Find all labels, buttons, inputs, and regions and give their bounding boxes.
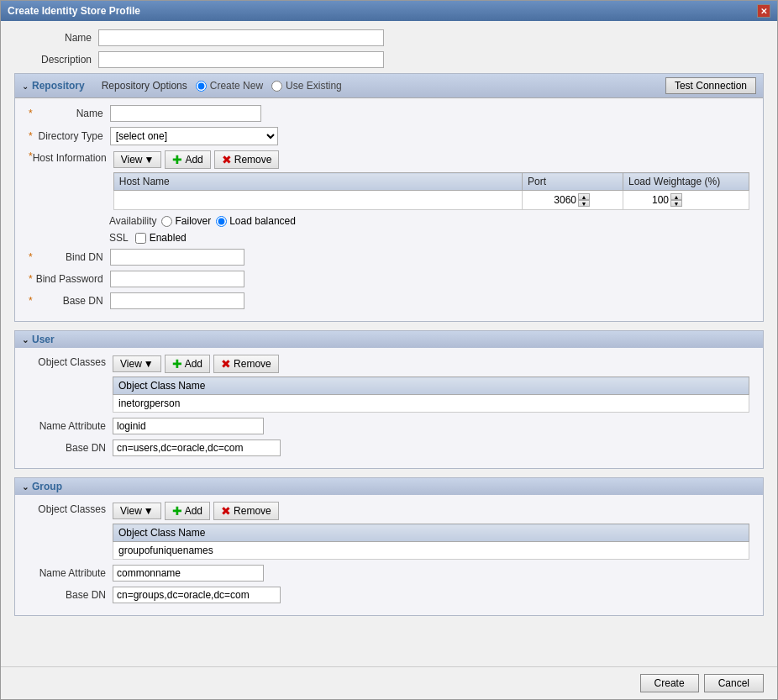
host-name-cell (113, 191, 522, 210)
user-object-classes-row: Object Classes View ▼ ✚ Add (29, 355, 749, 413)
directory-type-select[interactable]: [select one] (110, 127, 278, 145)
repository-section: ⌄ Repository Repository Options Create N… (14, 73, 764, 322)
group-view-button[interactable]: View ▼ (113, 503, 161, 519)
user-remove-icon: ✖ (221, 357, 231, 371)
host-name-input[interactable] (118, 192, 518, 208)
name-field[interactable] (98, 29, 384, 46)
user-name-attr-label: Name Attribute (29, 420, 113, 432)
user-section-body: Object Classes View ▼ ✚ Add (15, 348, 763, 468)
group-add-button[interactable]: ✚ Add (165, 502, 210, 520)
create-new-radio[interactable] (196, 81, 207, 92)
user-remove-button[interactable]: ✖ Remove (213, 355, 279, 373)
test-connection-button[interactable]: Test Connection (665, 77, 756, 94)
user-add-icon: ✚ (172, 357, 182, 371)
user-oc-col: Object Class Name (113, 377, 749, 395)
host-add-button[interactable]: ✚ Add (165, 150, 210, 169)
group-section-header: ⌄ Group (15, 478, 763, 495)
repo-name-row: * Name (29, 105, 749, 122)
group-chevron-icon: ⌄ (22, 482, 29, 492)
group-remove-button[interactable]: ✖ Remove (213, 502, 279, 520)
port-spinner-buttons: ▲ ▼ (578, 193, 590, 207)
repo-base-dn-row: * Base DN (29, 292, 749, 309)
user-base-dn-field[interactable] (113, 439, 281, 456)
group-section-label: Group (32, 481, 62, 492)
group-oc-table: Object Class Name groupofuniquenames (113, 524, 749, 560)
table-row: groupofuniquenames (113, 542, 749, 560)
user-add-button[interactable]: ✚ Add (165, 355, 210, 373)
load-spinner-buttons: ▲ ▼ (670, 193, 682, 207)
ssl-checkbox[interactable] (135, 233, 146, 244)
repository-header: ⌄ Repository Repository Options Create N… (15, 74, 763, 98)
repo-base-dn-field[interactable] (110, 292, 244, 309)
group-name-attr-label: Name Attribute (29, 567, 113, 579)
user-name-attr-field[interactable] (113, 418, 264, 434)
group-object-classes-container: View ▼ ✚ Add ✖ Remove (113, 502, 749, 560)
host-add-label: Add (185, 154, 202, 166)
description-row: Description (14, 51, 764, 68)
load-cell: ▲ ▼ (623, 191, 749, 210)
failover-radio-label[interactable]: Failover (161, 215, 211, 227)
close-button[interactable]: ✕ (757, 4, 770, 18)
load-balanced-radio-label[interactable]: Load balanced (216, 215, 296, 227)
ssl-enabled-label: Enabled (150, 232, 187, 244)
group-add-icon: ✚ (172, 504, 182, 518)
host-info-toolbar: View ▼ ✚ Add ✖ Remove (113, 150, 749, 169)
load-up-button[interactable]: ▲ (670, 193, 682, 200)
use-existing-label: Use Existing (286, 80, 342, 92)
group-base-dn-row: Base DN (29, 587, 749, 603)
group-object-classes-label: Object Classes (29, 502, 113, 515)
user-base-dn-row: Base DN (29, 439, 749, 456)
cancel-button[interactable]: Cancel (704, 674, 764, 692)
host-remove-label: Remove (234, 154, 272, 166)
bind-password-field[interactable] (110, 271, 244, 287)
create-button[interactable]: Create (640, 674, 699, 692)
dialog: Create Identity Store Profile ✕ Name Des… (0, 0, 778, 700)
description-field[interactable] (98, 51, 384, 68)
port-down-button[interactable]: ▼ (578, 200, 590, 207)
repo-name-field[interactable] (110, 105, 261, 122)
title-bar: Create Identity Store Profile ✕ (1, 1, 777, 21)
group-oc-col: Object Class Name (113, 524, 749, 542)
user-oc-table: Object Class Name inetorgperson (113, 376, 749, 413)
group-section: ⌄ Group Object Classes View ▼ ✚ (14, 477, 764, 616)
group-base-dn-field[interactable] (113, 587, 281, 603)
group-section-body: Object Classes View ▼ ✚ Add (15, 495, 763, 615)
use-existing-radio[interactable] (271, 81, 282, 92)
host-remove-icon: ✖ (222, 153, 232, 166)
close-icon: ✕ (760, 7, 767, 16)
main-content: Name Description ⌄ Repository Repository… (1, 21, 777, 666)
host-view-dropdown-icon: ▼ (145, 154, 155, 166)
repository-section-label: Repository (32, 80, 85, 92)
port-col: Port (523, 173, 623, 191)
group-add-label: Add (185, 505, 202, 517)
ssl-row: SSL Enabled (29, 232, 749, 244)
user-object-classes-container: View ▼ ✚ Add ✖ Remove (113, 355, 749, 413)
bind-password-label: Bind Password (33, 273, 110, 285)
failover-radio[interactable] (161, 216, 172, 227)
group-oc-toolbar: View ▼ ✚ Add ✖ Remove (113, 502, 749, 520)
host-remove-button[interactable]: ✖ Remove (214, 150, 280, 169)
group-name-attr-field[interactable] (113, 565, 264, 582)
bind-dn-field[interactable] (110, 249, 244, 266)
host-view-button[interactable]: View ▼ (113, 151, 162, 168)
group-view-dropdown-icon: ▼ (144, 505, 154, 517)
bottom-bar: Create Cancel (1, 666, 777, 699)
create-new-radio-label[interactable]: Create New (196, 80, 263, 92)
group-name-attr-row: Name Attribute (29, 565, 749, 582)
name-label: Name (14, 32, 98, 44)
repo-options-label: Repository Options (102, 80, 187, 92)
use-existing-radio-label[interactable]: Use Existing (271, 80, 342, 92)
port-input[interactable] (526, 194, 576, 206)
directory-type-row: * Directory Type [select one] (29, 127, 749, 145)
user-view-button[interactable]: View ▼ (113, 355, 161, 372)
user-chevron-icon: ⌄ (22, 335, 29, 345)
availability-row: Availability Failover Load balanced (29, 215, 749, 227)
load-input[interactable] (627, 194, 669, 206)
repo-base-dn-label: Base DN (33, 295, 110, 307)
group-view-label: View (120, 505, 142, 517)
load-balanced-radio[interactable] (216, 216, 227, 227)
load-down-button[interactable]: ▼ (670, 200, 682, 207)
user-section-header: ⌄ User (15, 331, 763, 348)
dialog-title: Create Identity Store Profile (8, 5, 140, 17)
port-up-button[interactable]: ▲ (578, 193, 590, 200)
